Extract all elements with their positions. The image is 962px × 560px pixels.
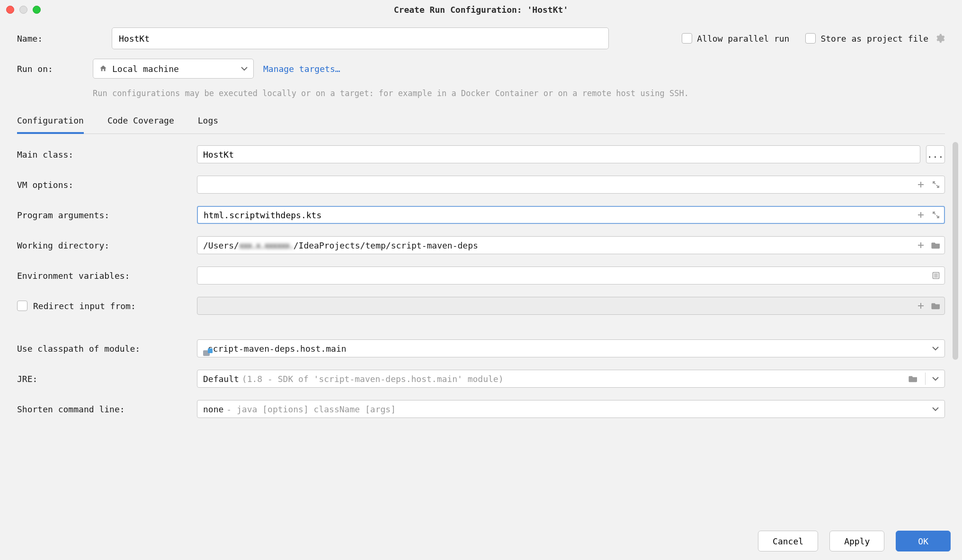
classpath-row: Use classpath of module: script-maven-de… — [17, 339, 945, 357]
working-directory-prefix: /Users/ — [203, 240, 239, 250]
jre-hint: (1.8 - SDK of 'script-maven-deps.host.ma… — [242, 374, 504, 384]
expand-icon[interactable] — [931, 179, 941, 190]
shorten-command-line-row: Shorten command line: none - java [optio… — [17, 400, 945, 418]
tab-logs[interactable]: Logs — [198, 116, 218, 133]
main-class-input[interactable] — [197, 145, 920, 163]
run-on-value: Local machine — [112, 64, 179, 74]
plus-icon[interactable] — [916, 210, 926, 220]
store-as-project-file-label: Store as project file — [820, 34, 928, 44]
shorten-command-line-label: Shorten command line: — [17, 404, 197, 414]
home-icon — [99, 64, 107, 73]
expand-icon[interactable] — [931, 210, 941, 220]
traffic-lights — [6, 6, 41, 14]
program-arguments-label: Program arguments: — [17, 210, 197, 220]
footer-buttons: Cancel Apply OK — [758, 531, 951, 551]
tab-code-coverage[interactable]: Code Coverage — [107, 116, 174, 133]
main-class-browse-button[interactable]: ... — [926, 145, 945, 163]
window-title: Create Run Configuration: 'HostKt' — [394, 5, 568, 15]
folder-icon — [931, 301, 941, 311]
classpath-label: Use classpath of module: — [17, 344, 197, 354]
jre-value: Default — [203, 374, 239, 384]
shorten-hint: - java [options] className [args] — [226, 404, 396, 414]
main-class-label: Main class: — [17, 150, 197, 160]
name-label: Name: — [17, 34, 93, 44]
configuration-form: Main class: ... VM options: — [17, 145, 945, 418]
plus-icon[interactable] — [916, 179, 926, 190]
store-as-project-file-option[interactable]: Store as project file — [805, 33, 945, 44]
environment-variables-row: Environment variables: — [17, 267, 945, 284]
run-on-hint: Run configurations may be executed local… — [93, 87, 945, 99]
dialog-window: Create Run Configuration: 'HostKt' Name:… — [0, 0, 962, 560]
allow-parallel-run-checkbox[interactable] — [682, 33, 692, 44]
list-icon[interactable] — [931, 270, 941, 281]
folder-icon[interactable] — [931, 240, 941, 250]
cancel-button[interactable]: Cancel — [758, 531, 818, 551]
working-directory-label: Working directory: — [17, 240, 197, 250]
chevron-down-icon — [241, 67, 248, 71]
jre-row: JRE: Default (1.8 - SDK of 'script-maven… — [17, 370, 945, 388]
run-on-select[interactable]: Local machine — [93, 59, 254, 79]
store-as-project-file-checkbox[interactable] — [805, 33, 816, 44]
vm-options-row: VM options: — [17, 176, 945, 194]
classpath-value: script-maven-deps.host.main — [208, 344, 347, 354]
plus-icon — [916, 301, 926, 311]
tab-configuration[interactable]: Configuration — [17, 116, 84, 134]
redirect-input-checkbox[interactable] — [17, 301, 27, 311]
allow-parallel-run-label: Allow parallel run — [697, 34, 789, 44]
manage-targets-link[interactable]: Manage targets… — [263, 64, 340, 74]
redirect-input-row: Redirect input from: — [17, 297, 945, 315]
working-directory-suffix: /IdeaProjects/temp/script-maven-deps — [294, 240, 478, 250]
vertical-scrollbar[interactable] — [953, 142, 958, 360]
redirect-input-label: Redirect input from: — [33, 301, 136, 311]
tabs: Configuration Code Coverage Logs — [17, 116, 945, 134]
run-on-row: Run on: Local machine Manage targets… — [17, 59, 945, 79]
run-on-label: Run on: — [17, 64, 93, 74]
redirect-input-field — [197, 297, 945, 315]
classpath-select[interactable]: script-maven-deps.host.main — [197, 339, 945, 357]
program-arguments-input[interactable] — [197, 206, 945, 224]
apply-button[interactable]: Apply — [829, 531, 884, 551]
separator — [925, 373, 926, 385]
name-input[interactable] — [112, 27, 609, 49]
titlebar: Create Run Configuration: 'HostKt' — [0, 0, 962, 19]
shorten-command-line-select[interactable]: none - java [options] className [args] — [197, 400, 945, 418]
name-row: Name: Allow parallel run Store as projec… — [17, 27, 945, 49]
close-window-button[interactable] — [6, 6, 14, 14]
plus-icon[interactable] — [916, 240, 926, 250]
shorten-value: none — [203, 404, 223, 414]
header-options: Allow parallel run Store as project file — [682, 33, 945, 44]
environment-variables-label: Environment variables: — [17, 271, 197, 281]
chevron-down-icon[interactable] — [932, 377, 939, 381]
chevron-down-icon — [932, 347, 939, 351]
folder-icon[interactable] — [908, 373, 918, 384]
program-arguments-row: Program arguments: — [17, 206, 945, 224]
zoom-window-button[interactable] — [33, 6, 41, 14]
jre-select[interactable]: Default (1.8 - SDK of 'script-maven-deps… — [197, 370, 945, 388]
minimize-window-button[interactable] — [19, 6, 27, 14]
main-class-row: Main class: ... — [17, 145, 945, 163]
gear-icon[interactable] — [935, 33, 945, 44]
working-directory-input[interactable]: /Users/xxx.x.xxxxxx./IdeaProjects/temp/s… — [197, 236, 945, 254]
jre-label: JRE: — [17, 374, 197, 384]
vm-options-input[interactable] — [197, 176, 945, 194]
working-directory-masked: xxx.x.xxxxxx. — [239, 240, 294, 250]
allow-parallel-run-option[interactable]: Allow parallel run — [682, 33, 789, 44]
content: Name: Allow parallel run Store as projec… — [0, 19, 962, 418]
vm-options-label: VM options: — [17, 180, 197, 190]
ok-button[interactable]: OK — [896, 531, 951, 551]
working-directory-row: Working directory: /Users/xxx.x.xxxxxx./… — [17, 236, 945, 254]
chevron-down-icon — [932, 407, 939, 411]
environment-variables-input[interactable] — [197, 267, 945, 284]
